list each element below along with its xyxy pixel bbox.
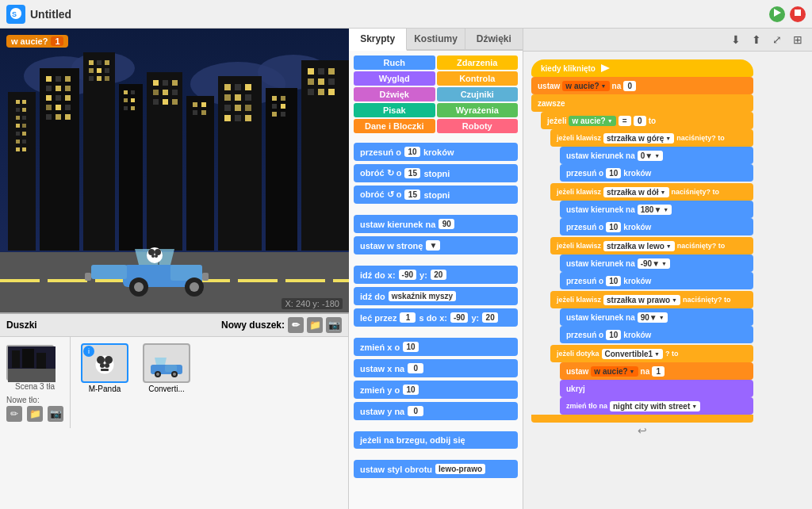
shrink-icon[interactable]: ⊞ xyxy=(790,32,806,48)
block-change-x[interactable]: zmień x o 10 xyxy=(354,338,518,356)
block-set-dir-neg90[interactable]: ustaw kierunek na -90▼ xyxy=(560,254,753,272)
cat-events[interactable]: Zdarzenia xyxy=(437,55,519,70)
block-move-10-up[interactable]: przesuń o 10 kroków xyxy=(560,164,753,182)
block-move-10-left[interactable]: przesuń o 10 kroków xyxy=(560,272,753,289)
top-bar: S Untitled xyxy=(0,0,812,29)
svg-rect-36 xyxy=(46,114,52,120)
cat-control[interactable]: Kontrola xyxy=(437,71,519,86)
svg-rect-60 xyxy=(153,90,159,95)
svg-rect-10 xyxy=(22,100,26,104)
svg-rect-56 xyxy=(147,72,182,251)
svg-rect-89 xyxy=(272,112,277,117)
new-bg-controls: ✏ 📁 📷 xyxy=(6,406,63,422)
download-icon[interactable]: ⬇ xyxy=(728,32,744,48)
cat-motion[interactable]: Ruch xyxy=(354,55,435,70)
svg-rect-17 xyxy=(16,132,20,136)
svg-point-124 xyxy=(151,254,155,258)
tab-costumes[interactable]: Kostiumy xyxy=(407,29,465,49)
cat-pen[interactable]: Pisak xyxy=(354,103,435,117)
block-hide[interactable]: ukryj xyxy=(560,380,753,397)
block-glide[interactable]: leć przez 1 s do x: -90 y: 20 xyxy=(354,308,518,327)
svg-rect-83 xyxy=(245,115,251,121)
tab-scripts[interactable]: Skrypty xyxy=(349,29,407,51)
stage[interactable]: w aucie? 1 X: 240 y: -180 xyxy=(0,29,349,314)
block-set-dir-180[interactable]: ustaw kierunek na 180▼ xyxy=(560,201,753,218)
cat-sound[interactable]: Dźwięk xyxy=(354,87,435,101)
sprite-thumb-car[interactable] xyxy=(143,343,190,383)
svg-rect-63 xyxy=(153,99,159,105)
block-move-10-right[interactable]: przesuń o 10 kroków xyxy=(560,326,753,343)
upload-icon[interactable]: ⬆ xyxy=(749,32,764,48)
svg-rect-74 xyxy=(245,84,251,90)
svg-rect-16 xyxy=(22,124,26,128)
scripts-area[interactable]: kiedy kliknięto ustaw w aucie? na 0 zaws… xyxy=(523,52,812,509)
stop-button[interactable] xyxy=(790,6,806,22)
block-if-down[interactable]: jeżeli klawisz strzałka w dół naciśnięty… xyxy=(550,183,753,201)
cat-sensing[interactable]: Czujniki xyxy=(437,87,519,101)
sprite-item-car[interactable]: Converti... xyxy=(139,343,194,422)
cat-data[interactable]: Dane i Bloczki xyxy=(354,119,435,133)
block-if-right[interactable]: jeżeli klawisz strzałka w prawo naciśnię… xyxy=(550,291,753,308)
cat-looks[interactable]: Wygląd xyxy=(354,71,435,86)
block-goto-xy[interactable]: idź do x: -90 y: 20 xyxy=(354,266,518,284)
scene-thumbnail[interactable] xyxy=(6,345,54,381)
hat-when-flag-clicked[interactable]: kiedy kliknięto xyxy=(531,59,753,77)
block-forever[interactable]: zawsze xyxy=(531,94,753,112)
svg-rect-93 xyxy=(318,68,324,75)
sprite-thumb-panda[interactable]: i xyxy=(81,343,128,383)
block-if-touch[interactable]: jeżeli dotyka Convertible1 ? to xyxy=(550,345,753,362)
block-turn-cw[interactable]: obróć ↻ o 15 stopni xyxy=(354,164,518,182)
folder-sprite-button[interactable]: 📁 xyxy=(307,317,323,333)
block-turn-ccw[interactable]: obróć ↺ o 15 stopni xyxy=(354,186,518,204)
new-bg-camera[interactable]: 📷 xyxy=(48,406,63,422)
block-if-left[interactable]: jeżeli klawisz strzałka w lewo naciśnięt… xyxy=(550,237,753,254)
cat-more[interactable]: Roboty xyxy=(437,119,519,133)
svg-rect-14 xyxy=(22,116,26,120)
block-set-dir-90[interactable]: ustaw kierunek na 90▼ xyxy=(560,308,753,326)
svg-point-115 xyxy=(134,282,144,292)
block-move[interactable]: przesuń o 10 kroków xyxy=(354,143,518,161)
script-arrow: ↩ xyxy=(531,424,753,437)
new-bg-paint[interactable]: ✏ xyxy=(6,406,22,422)
svg-rect-73 xyxy=(235,84,241,90)
scene-label: Scena 3 tła xyxy=(6,382,63,391)
block-set-direction[interactable]: ustaw kierunek na 90 xyxy=(354,215,518,233)
svg-rect-45 xyxy=(105,68,109,73)
svg-rect-44 xyxy=(97,68,102,73)
sprite-label-panda: M-Panda xyxy=(89,385,121,393)
sprite-item-panda[interactable]: i M-Panda xyxy=(77,343,132,422)
fullscreen-icon[interactable]: ⤢ xyxy=(769,32,785,48)
new-bg-folder[interactable]: 📁 xyxy=(27,406,43,422)
block-set-x[interactable]: ustaw x na 0 xyxy=(354,359,518,377)
block-if-up[interactable]: jeżeli klawisz strzałka w górę naciśnięt… xyxy=(550,129,753,147)
svg-rect-38 xyxy=(65,114,71,120)
block-if-w-aucie[interactable]: jeżeli w aucie? = 0 to xyxy=(541,112,753,129)
sprites-list: i M-Panda xyxy=(71,337,201,428)
if-up-wrapper: jeżeli klawisz strzałka w górę naciśnięt… xyxy=(550,129,753,182)
svg-rect-81 xyxy=(224,115,231,121)
svg-rect-67 xyxy=(193,102,197,107)
cat-operators[interactable]: Wyrażenia xyxy=(437,103,519,117)
tab-sounds[interactable]: Dźwięki xyxy=(465,29,523,49)
block-move-10-down[interactable]: przesuń o 10 kroków xyxy=(560,218,753,235)
svg-rect-59 xyxy=(172,80,178,86)
green-flag-button[interactable] xyxy=(769,6,785,22)
block-switch-backdrop[interactable]: zmień tło na night city with street xyxy=(560,397,753,415)
block-set-y[interactable]: ustaw y na 0 xyxy=(354,402,518,420)
block-change-y[interactable]: zmień y o 10 xyxy=(354,381,518,399)
block-set-w-aucie-0[interactable]: ustaw w aucie? na 0 xyxy=(531,77,753,94)
paint-sprite-button[interactable]: ✏ xyxy=(288,317,304,333)
block-set-dir-0[interactable]: ustaw kierunek na 0▼ xyxy=(560,147,753,164)
svg-rect-79 xyxy=(235,105,241,111)
svg-rect-100 xyxy=(328,89,335,95)
svg-rect-88 xyxy=(281,104,285,109)
camera-sprite-button[interactable]: 📷 xyxy=(326,317,342,333)
block-goto[interactable]: idź do wskaźnik myszy xyxy=(354,287,518,305)
svg-point-132 xyxy=(97,356,105,364)
block-bounce[interactable]: jeżeli na brzegu, odbij się xyxy=(354,431,518,449)
block-rotation-style[interactable]: ustaw styl obrotu lewo-prawo xyxy=(354,460,518,478)
block-set-w-aucie-1[interactable]: ustaw w aucie? na 1 xyxy=(560,362,753,380)
blocks-list: przesuń o 10 kroków obróć ↻ o 15 stopni … xyxy=(349,138,523,509)
block-point-towards[interactable]: ustaw w stronę ▼ xyxy=(354,236,518,254)
svg-rect-41 xyxy=(97,60,102,65)
